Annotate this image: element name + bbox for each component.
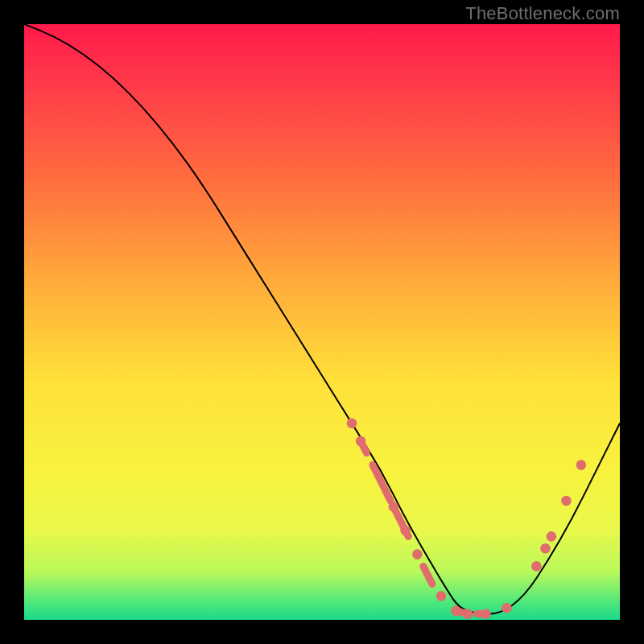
marker-dot bbox=[412, 549, 423, 559]
bottleneck-curve bbox=[12, 12, 620, 613]
marker-dot bbox=[356, 436, 366, 447]
marker-dot bbox=[400, 526, 411, 536]
marker-dot bbox=[561, 496, 572, 506]
marker-dot bbox=[576, 460, 587, 470]
marker-dot bbox=[436, 591, 447, 601]
attribution-text: TheBottleneck.com bbox=[465, 3, 620, 24]
marker-dot bbox=[547, 531, 557, 542]
marker-dot bbox=[481, 609, 491, 619]
marker-dot bbox=[451, 606, 461, 617]
marker-dot bbox=[531, 561, 542, 572]
marker-dash bbox=[423, 566, 432, 584]
marker-dot bbox=[347, 419, 357, 429]
marker-dot bbox=[502, 603, 512, 613]
curve-markers bbox=[347, 419, 586, 619]
marker-dot bbox=[540, 543, 551, 554]
chart-frame: TheBottleneck.com bbox=[0, 0, 644, 644]
plot-area bbox=[24, 24, 620, 620]
marker-dot bbox=[389, 502, 399, 512]
marker-dot bbox=[463, 609, 473, 619]
chart-svg bbox=[24, 24, 620, 620]
